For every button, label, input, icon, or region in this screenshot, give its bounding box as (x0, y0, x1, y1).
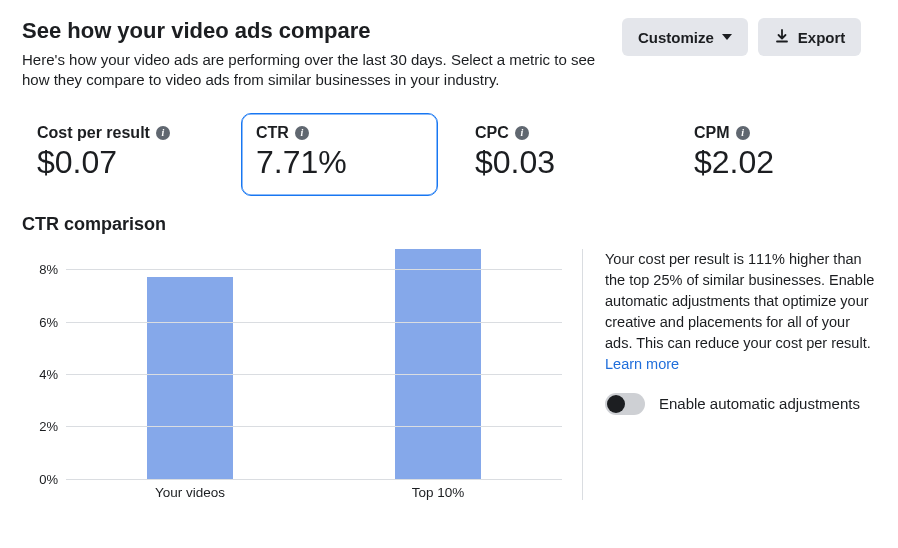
customize-button-label: Customize (638, 29, 714, 46)
y-tick-label: 2% (39, 419, 58, 434)
metric-label: Cost per result (37, 124, 150, 142)
y-tick-label: 6% (39, 314, 58, 329)
chart-bar (147, 277, 233, 478)
info-icon[interactable]: i (156, 126, 170, 140)
gridline (66, 479, 562, 480)
info-icon[interactable]: i (515, 126, 529, 140)
metric-card-cpm[interactable]: CPMi$2.02 (679, 113, 876, 196)
download-icon (774, 29, 790, 45)
page-subtitle: Here's how your video ads are performing… (22, 50, 602, 91)
customize-button[interactable]: Customize (622, 18, 748, 56)
toggle-knob (607, 395, 625, 413)
learn-more-link[interactable]: Learn more (605, 356, 679, 372)
comparison-section-title: CTR comparison (22, 214, 876, 235)
auto-adjust-toggle[interactable] (605, 393, 645, 415)
metric-label: CTR (256, 124, 289, 142)
insight-text: Your cost per result is 111% higher than… (605, 249, 876, 375)
metric-label: CPC (475, 124, 509, 142)
gridline (66, 269, 562, 270)
page-title: See how your video ads compare (22, 18, 602, 44)
x-tick-label: Your videos (66, 485, 314, 500)
gridline (66, 322, 562, 323)
export-button-label: Export (798, 29, 846, 46)
y-tick-label: 4% (39, 366, 58, 381)
info-icon[interactable]: i (736, 126, 750, 140)
auto-adjust-toggle-label: Enable automatic adjustments (659, 393, 860, 415)
export-button[interactable]: Export (758, 18, 862, 56)
metric-value: $0.03 (475, 144, 642, 181)
metric-value: 7.71% (256, 144, 423, 181)
chart-bar (395, 249, 481, 479)
info-icon[interactable]: i (295, 126, 309, 140)
metric-value: $2.02 (694, 144, 861, 181)
metric-label: CPM (694, 124, 730, 142)
metric-card-ctr[interactable]: CTRi7.71% (241, 113, 438, 196)
y-tick-label: 0% (39, 471, 58, 486)
gridline (66, 426, 562, 427)
chevron-down-icon (722, 34, 732, 40)
metric-card-cpr[interactable]: Cost per resulti$0.07 (22, 113, 219, 196)
ctr-bar-chart: 0%2%4%6%8% (22, 249, 562, 479)
insight-body: Your cost per result is 111% higher than… (605, 251, 874, 351)
y-tick-label: 8% (39, 262, 58, 277)
gridline (66, 374, 562, 375)
x-tick-label: Top 10% (314, 485, 562, 500)
metric-value: $0.07 (37, 144, 204, 181)
metric-card-cpc[interactable]: CPCi$0.03 (460, 113, 657, 196)
